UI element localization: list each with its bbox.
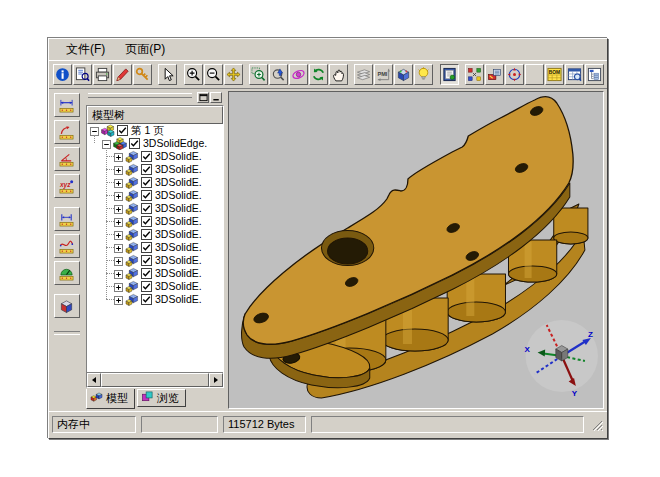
visibility-checkbox[interactable] xyxy=(141,255,152,266)
viewport-canvas[interactable]: Z Y X xyxy=(229,92,603,408)
pan-view-button[interactable] xyxy=(224,64,243,85)
visibility-checkbox[interactable] xyxy=(141,294,152,305)
explode-icon xyxy=(467,67,482,82)
viewport-3d[interactable]: Z Y X xyxy=(228,91,604,409)
visibility-checkbox[interactable] xyxy=(141,229,152,240)
visibility-checkbox[interactable] xyxy=(129,138,140,149)
expander-icon[interactable] xyxy=(114,217,123,226)
visibility-checkbox[interactable] xyxy=(141,190,152,201)
snapshot-button[interactable] xyxy=(485,64,504,85)
measure-curve-button[interactable] xyxy=(54,234,80,258)
scroll-left-icon xyxy=(92,377,96,383)
expander-icon[interactable] xyxy=(114,256,123,265)
measure-radius-button[interactable] xyxy=(54,120,80,144)
visibility-checkbox[interactable] xyxy=(141,177,152,188)
visibility-checkbox[interactable] xyxy=(141,164,152,175)
scroll-right-button[interactable] xyxy=(209,373,223,387)
tab-browse[interactable]: 浏览 xyxy=(137,389,186,407)
zoom-in-button[interactable] xyxy=(184,64,203,85)
scroll-left-button[interactable] xyxy=(87,373,101,387)
tree-connector xyxy=(106,221,114,222)
tree-item-assembly[interactable]: 3DSolidEdge. xyxy=(87,137,223,150)
tree-h-scrollbar[interactable] xyxy=(87,372,223,387)
bom-button[interactable]: BOM xyxy=(545,64,564,85)
rotate-center-button[interactable] xyxy=(505,64,524,85)
zoom-window-icon xyxy=(251,67,266,82)
model-info-icon xyxy=(59,299,74,314)
orbit-button[interactable] xyxy=(289,64,308,85)
part-icon xyxy=(125,241,139,254)
scroll-thumb[interactable] xyxy=(101,373,209,387)
tab-model[interactable]: 模型 xyxy=(86,389,135,409)
refresh-button[interactable] xyxy=(309,64,328,85)
pan-hand-button[interactable] xyxy=(329,64,348,85)
visibility-checkbox[interactable] xyxy=(141,242,152,253)
tree-connector xyxy=(106,273,114,274)
expander-icon[interactable] xyxy=(114,295,123,304)
expander-icon[interactable] xyxy=(102,139,111,148)
menu-bar: 文件(F)页面(P) xyxy=(49,39,607,60)
measure-length-button[interactable] xyxy=(54,93,80,117)
markup-button[interactable] xyxy=(113,64,132,85)
info-button[interactable] xyxy=(53,64,72,85)
measure-radius-icon xyxy=(59,125,74,140)
expander-icon[interactable] xyxy=(114,165,123,174)
visibility-checkbox[interactable] xyxy=(141,268,152,279)
permission-button[interactable] xyxy=(133,64,152,85)
model-tree[interactable]: 第 1 页3DSolidEdge.3DSolidE.3DSolidE.3DSol… xyxy=(87,124,223,372)
measure-distance-button[interactable] xyxy=(54,207,80,231)
pan-view-icon xyxy=(226,67,241,82)
model-info-button[interactable] xyxy=(54,294,80,318)
expander-icon[interactable] xyxy=(114,178,123,187)
orbit-icon xyxy=(291,67,306,82)
lighting-button[interactable] xyxy=(414,64,433,85)
main-toolbar: PMIBOM xyxy=(49,60,607,89)
select-button[interactable] xyxy=(158,64,177,85)
render-mode-icon xyxy=(396,67,411,82)
layers-button[interactable] xyxy=(354,64,373,85)
tree-item-label: 3DSolidE. xyxy=(155,280,202,293)
expander-icon[interactable] xyxy=(114,230,123,239)
panel-grip[interactable] xyxy=(88,91,222,104)
tree-item-label: 3DSolidE. xyxy=(155,254,202,267)
zoom-window-button[interactable] xyxy=(249,64,268,85)
explode-button[interactable] xyxy=(465,64,484,85)
measure-angle-button[interactable] xyxy=(54,147,80,171)
expander-icon[interactable] xyxy=(114,269,123,278)
expander-icon[interactable] xyxy=(114,243,123,252)
menu-file[interactable]: 文件(F) xyxy=(59,39,112,60)
expander-icon[interactable] xyxy=(114,152,123,161)
print-button[interactable] xyxy=(93,64,112,85)
visibility-checkbox[interactable] xyxy=(141,216,152,227)
expander-icon[interactable] xyxy=(114,282,123,291)
measure-point-button[interactable]: xyz xyxy=(54,174,80,198)
expander-icon[interactable] xyxy=(114,204,123,213)
zoom-dynamic-button[interactable] xyxy=(269,64,288,85)
expander-icon[interactable] xyxy=(90,126,99,135)
attribute-table-button[interactable] xyxy=(565,64,584,85)
visibility-checkbox[interactable] xyxy=(117,125,128,136)
measure-length-icon xyxy=(59,98,74,113)
view-config-button[interactable] xyxy=(440,64,459,85)
zoom-out-button[interactable] xyxy=(204,64,223,85)
parts-list-button[interactable] xyxy=(525,64,544,85)
visibility-checkbox[interactable] xyxy=(141,281,152,292)
visibility-checkbox[interactable] xyxy=(141,151,152,162)
axis-y-label: Y xyxy=(572,389,578,398)
panel-hide-button[interactable] xyxy=(210,92,222,103)
tree-item-page[interactable]: 第 1 页 xyxy=(87,124,223,137)
print-preview-button[interactable] xyxy=(73,64,92,85)
menu-page[interactable]: 页面(P) xyxy=(118,39,172,60)
panel-maximize-button[interactable] xyxy=(197,92,209,103)
tree-item-label: 3DSolidE. xyxy=(155,176,202,189)
visibility-checkbox[interactable] xyxy=(141,203,152,214)
measure-area-button[interactable] xyxy=(54,261,80,285)
orientation-gizmo[interactable]: Z Y X xyxy=(525,320,598,398)
tree-connector xyxy=(106,299,114,300)
structure-tree-button[interactable] xyxy=(585,64,604,85)
part-icon xyxy=(125,293,139,306)
expander-icon[interactable] xyxy=(114,191,123,200)
pmi-button[interactable]: PMI xyxy=(374,64,393,85)
render-mode-button[interactable] xyxy=(394,64,413,85)
resize-grip[interactable] xyxy=(591,418,604,431)
